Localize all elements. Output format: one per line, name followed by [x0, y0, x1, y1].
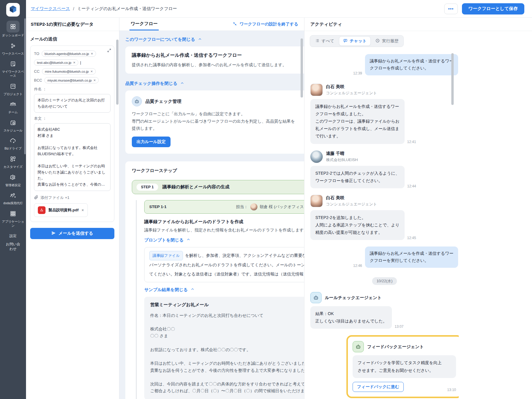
sidebar-item-label: チーム: [8, 110, 18, 114]
tab-all[interactable]: すべて: [311, 36, 338, 46]
workflow-scrollbar-thumb[interactable]: [301, 38, 303, 98]
sidebar-item-applications[interactable]: アプリケーション: [0, 209, 26, 228]
robot-avatar-icon: [132, 96, 142, 106]
sidebar-item-project[interactable]: プロジェクト: [0, 81, 26, 96]
quality-check-toggle[interactable]: 品質チェック操作を閉じる: [125, 81, 184, 86]
message-timestamp: 12:44: [407, 184, 416, 188]
agent-header: 遠藤 千晴 株式会社BLUEISH: [310, 150, 458, 163]
remove-recipient-icon[interactable]: ×: [93, 78, 96, 82]
agent-name: フィードバックエージェント: [367, 344, 424, 350]
activity-scrollbar-thumb[interactable]: [451, 53, 454, 105]
about-workflow-toggle[interactable]: このワークフローについてを閉じる: [125, 37, 202, 42]
workflow-steps-card: ワークフローステップ STEP 1 議事録の解析とメール内容の生成 STEP 1…: [125, 161, 304, 399]
agent-avatar: [310, 84, 323, 96]
mail-section-title: メールの送信: [30, 36, 114, 42]
sidebar-item-schedule[interactable]: スケジュール: [0, 118, 26, 133]
recipient-email: miyuki.murase@blueish.co.jp: [47, 79, 92, 82]
tab-history[interactable]: 実行履歴: [371, 36, 403, 46]
sidebar-item-label: カスタマイズ: [3, 165, 23, 169]
kanban-icon: [7, 81, 19, 91]
agent-bubble: STEP2-2では人間のチェックが入るように、 ワークフローを修正してください。: [310, 166, 405, 188]
agent-name: ルールチェックエージェント: [325, 295, 382, 301]
sidebar-item-admin-settings[interactable]: 管理者設定: [0, 172, 26, 187]
save-workflow-button[interactable]: ワークフローとして保存: [462, 3, 524, 14]
prompt-toggle[interactable]: プロンプトを閉じる: [144, 237, 190, 243]
go-to-feedback-button[interactable]: フィードバックに進む: [353, 382, 404, 392]
chevron-up-icon: [186, 238, 190, 242]
more-options-button[interactable]: •••: [444, 4, 458, 14]
sample-result-body: 件名：本日のミーティングのお礼と次回打ち合わせについて 株式会社〇〇 〇〇 さま…: [150, 312, 304, 395]
subject-field[interactable]: 本日のミーティングのお礼と次回のお打ち合わせについて: [34, 94, 111, 113]
chat-stream: 12:39 議事録からお礼メールを作成・送信するワー クフローを作成してください…: [304, 47, 459, 399]
person-plus-icon: [7, 190, 19, 200]
sidebar-item-label: プロジェクト: [3, 92, 23, 96]
sidebar-item-settings[interactable]: 設定: [0, 234, 26, 239]
substeps-container: STEP 1-1 担当： 朝倉 桜 (バックオフィスエージェ 議事録ファイルから…: [136, 200, 304, 399]
breadcrumb-parent-link[interactable]: マイワークスペース: [31, 6, 70, 12]
workflow-title: 議事録からお礼メール作成・送信するワークフロー: [132, 52, 304, 59]
data-panel-body: メールの送信 TO blueish-agents@blueish.co.jp ×: [26, 31, 119, 239]
sidebar-scrollbar-thumb[interactable]: [24, 18, 26, 154]
sidebar: ダッシュボード ワークスペース マイワークスペース プロジェクト チーム: [0, 0, 26, 399]
sample-result-box: 営業ミーティングお礼メール 件名：本日のミーティングのお礼と次回打ち合わせについ…: [144, 297, 304, 399]
step-1-banner[interactable]: STEP 1 議事録の解析とメール内容の生成: [132, 180, 304, 194]
agent-bubble: 結果：OK 正しくない項目はありませんでした。: [310, 306, 392, 329]
assignee-label: 担当：: [236, 204, 248, 210]
agent-role: 株式会社BLUEISH: [326, 157, 358, 163]
remove-recipient-icon[interactable]: ×: [73, 61, 76, 64]
remove-recipient-icon[interactable]: ×: [90, 69, 93, 73]
sidebar-item-my-workspace[interactable]: マイワークスペース: [0, 59, 26, 78]
workspace-icon: [7, 41, 19, 51]
sidebar-item-label: doda採用代行: [3, 201, 23, 205]
remove-attachment-icon[interactable]: ×: [82, 208, 84, 213]
gear-icon: [7, 172, 19, 182]
step-1-1-task-title: 議事録ファイルからお礼メールのドラフトを作成: [144, 219, 304, 225]
sidebar-item-customize[interactable]: カスタマイズ: [0, 154, 26, 169]
agent-header: フィードバックエージェント: [353, 341, 456, 352]
expand-icon[interactable]: [107, 48, 111, 54]
sidebar-item-label: 設定: [9, 234, 17, 239]
body-field[interactable]: 株式会社ABC 村瀬 さま お世話になっております。株式会社 BLUEISHの福…: [34, 123, 111, 191]
recipient-chip: test-abc@blueish.co.jp ×: [34, 59, 78, 66]
sidebar-item-label: お問い合わせ: [5, 242, 21, 251]
finish-design-link[interactable]: ワークフローの設計を終了する: [233, 18, 298, 30]
agent-bubble: フィードバックを学習してタスク精度を向上 させます。ご意見をお聞かせください。: [353, 355, 456, 378]
app-window: ダッシュボード ワークスペース マイワークスペース プロジェクト チーム: [0, 0, 532, 399]
variable-chip: 議事録ファイル: [149, 251, 183, 261]
attachment-item[interactable]: 製品説明資料.pdf ×: [34, 203, 88, 217]
bcc-label: BCC: [34, 78, 42, 82]
activity-panel: アクティビティ すべて チャット: [304, 18, 532, 399]
send-mail-button[interactable]: メールを送信する: [30, 228, 114, 239]
tab-chat[interactable]: チャット: [339, 36, 371, 46]
clipboard-list-icon: [7, 59, 19, 69]
sidebar-item-biz-drive[interactable]: Bizドライブ: [0, 136, 26, 151]
data-panel-scrollbar-thumb[interactable]: [116, 40, 119, 105]
workflow-about-card: 議事録からお礼メール作成・送信するワークフロー 提供された議事録の内容を解析し、…: [125, 46, 304, 74]
activity-tabs: すべて チャット 実行履歴: [310, 35, 404, 47]
tab-workflow[interactable]: ワークフロー: [129, 18, 159, 30]
team-icon: [7, 99, 19, 109]
step-1-1-header[interactable]: STEP 1-1 担当： 朝倉 桜 (バックオフィスエージェ: [144, 200, 304, 214]
sidebar-item-dashboard[interactable]: ダッシュボード: [0, 21, 26, 38]
chat-bubble-icon: [343, 38, 348, 44]
step-1-1-badge: STEP 1-1: [149, 205, 166, 209]
sidebar-item-contact[interactable]: お問い合わせ: [0, 242, 26, 251]
recipient-email: blueish-agents@blueish.co.jp: [45, 52, 89, 56]
app-logo[interactable]: [6, 3, 20, 17]
sample-result-toggle[interactable]: サンプル結果を閉じる: [144, 287, 194, 293]
prompt-editor[interactable]: 議事録ファイルを解析し、参加者、決定事項、アクションアイテムなどの重要な情報 パ…: [144, 247, 304, 282]
attachment-filename: 製品説明資料.pdf: [48, 207, 79, 213]
chat-message-bot: ルールチェックエージェント 結果：OK 正しくない項目はありませんでした。 13…: [310, 292, 458, 329]
prompt-line: 議事録ファイルを解析し、参加者、決定事項、アクションアイテムなどの重要な情報: [149, 251, 304, 261]
sidebar-item-team[interactable]: チーム: [0, 99, 26, 114]
sidebar-item-doda[interactable]: doda採用代行: [0, 190, 26, 205]
to-label: TO: [34, 51, 39, 56]
output-rule-settings-button[interactable]: 出力ルール設定: [132, 137, 171, 147]
cc-label: CC: [34, 69, 40, 74]
chevron-up-icon: [191, 287, 194, 292]
remove-recipient-icon[interactable]: ×: [91, 52, 93, 56]
date-divider: 10/22(水): [372, 277, 397, 285]
assignee-name: 朝倉 桜 (バックオフィスエージェ: [260, 204, 304, 210]
sidebar-item-workspace[interactable]: ワークスペース: [0, 41, 26, 56]
workflow-scroll-area: このワークフローについてを閉じる 議事録からお礼メール作成・送信するワークフロー…: [119, 31, 304, 399]
